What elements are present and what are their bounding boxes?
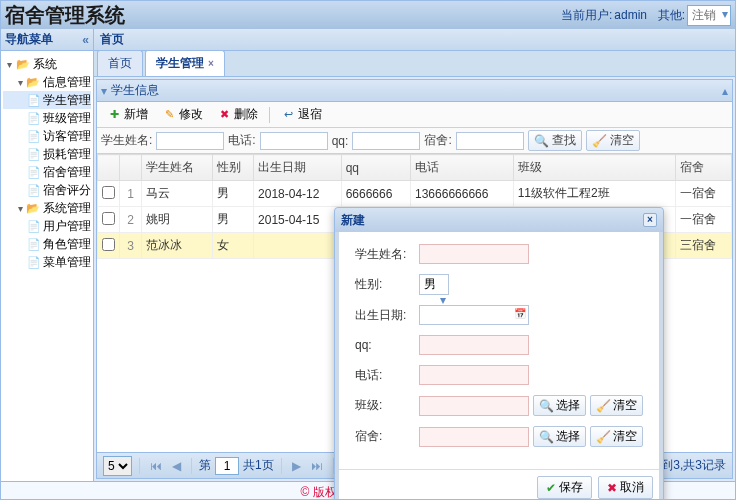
search-phone-label: 电话: — [228, 132, 255, 149]
search-button[interactable]: 🔍查找 — [528, 130, 582, 151]
page-input[interactable] — [215, 457, 239, 475]
tree-node-宿舍评分[interactable]: 📄宿舍评分 — [3, 181, 91, 199]
col-header[interactable]: 学生姓名 — [142, 155, 213, 181]
delete-icon: ✖ — [217, 108, 231, 122]
tel-field-label: 电话: — [355, 367, 419, 384]
tree-node-信息管理[interactable]: ▾📂信息管理 — [3, 73, 91, 91]
tree-node-菜单管理[interactable]: 📄菜单管理 — [3, 253, 91, 271]
page-size-select[interactable]: 5 — [103, 456, 132, 476]
tab-首页[interactable]: 首页 — [97, 50, 143, 76]
header-right: 当前用户: admin 其他: 注销 — [561, 5, 731, 26]
cancel-icon: ✖ — [607, 481, 617, 495]
dialog-close-icon[interactable]: × — [643, 213, 657, 227]
save-button[interactable]: ✔保存 — [537, 476, 592, 499]
toolbar: ✚新增 ✎修改 ✖删除 ↩退宿 — [97, 102, 732, 128]
col-header[interactable]: 电话 — [411, 155, 514, 181]
panel-title: 学生信息 — [111, 82, 159, 99]
tree-node-访客管理[interactable]: 📄访客管理 — [3, 127, 91, 145]
other-label: 其他: — [658, 7, 685, 24]
col-header[interactable]: 班级 — [513, 155, 675, 181]
sidebar-header: 导航菜单 « — [1, 29, 93, 51]
collapse-icon[interactable]: ▾ — [101, 84, 107, 98]
dorm-select-button[interactable]: 🔍选择 — [533, 426, 586, 447]
tab-close-icon[interactable]: × — [208, 58, 214, 69]
clear-button[interactable]: 🧹清空 — [586, 130, 640, 151]
name-field-label: 学生姓名: — [355, 246, 419, 263]
add-button[interactable]: ✚新增 — [101, 104, 154, 125]
panel-collapse-icon[interactable]: ▴ — [722, 84, 728, 98]
logout-combo[interactable]: 注销 — [687, 5, 731, 26]
sidebar-collapse-icon[interactable]: « — [82, 33, 89, 47]
tree-node-损耗管理[interactable]: 📄损耗管理 — [3, 145, 91, 163]
tree-node-角色管理[interactable]: 📄角色管理 — [3, 235, 91, 253]
search-qq-input[interactable] — [352, 132, 420, 150]
total-pages: 共1页 — [243, 457, 274, 474]
tree-node-用户管理[interactable]: 📄用户管理 — [3, 217, 91, 235]
panel-header: ▾ 学生信息 ▴ — [97, 80, 732, 102]
last-page-icon[interactable]: ⏭ — [308, 459, 326, 473]
dialog-title: 新建 — [341, 212, 365, 229]
delete-button[interactable]: ✖删除 — [211, 104, 264, 125]
toolbar-separator — [269, 107, 270, 123]
tree-node-宿舍管理[interactable]: 📄宿舍管理 — [3, 163, 91, 181]
qq-input[interactable] — [419, 335, 529, 355]
check-icon: ✔ — [546, 481, 556, 495]
dorm-clear-button[interactable]: 🧹清空 — [590, 426, 643, 447]
class-field-label: 班级: — [355, 397, 419, 414]
dob-field-label: 出生日期: — [355, 307, 419, 324]
clear-icon: 🧹 — [592, 134, 607, 148]
edit-icon: ✎ — [162, 108, 176, 122]
current-user-link[interactable]: admin — [614, 8, 647, 22]
calendar-icon[interactable]: 📅 — [514, 308, 526, 319]
broom-icon: 🧹 — [596, 430, 611, 444]
col-header[interactable]: 宿舍 — [675, 155, 731, 181]
dialog-header[interactable]: 新建 × — [335, 208, 663, 232]
tel-input[interactable] — [419, 365, 529, 385]
sex-field-label: 性别: — [355, 276, 419, 293]
class-clear-button[interactable]: 🧹清空 — [590, 395, 643, 416]
dorm-input[interactable] — [419, 427, 529, 447]
current-user-label: 当前用户: — [561, 7, 612, 24]
leave-button[interactable]: ↩退宿 — [275, 104, 328, 125]
sidebar-title: 导航菜单 — [5, 31, 53, 48]
tree-node-系统[interactable]: ▾📂系统 — [3, 55, 91, 73]
prev-page-icon[interactable]: ◀ — [169, 459, 184, 473]
tree-node-系统管理[interactable]: ▾📂系统管理 — [3, 199, 91, 217]
class-input[interactable] — [419, 396, 529, 416]
class-select-button[interactable]: 🔍选择 — [533, 395, 586, 416]
edit-button[interactable]: ✎修改 — [156, 104, 209, 125]
search-dorm-input[interactable] — [456, 132, 524, 150]
search-name-label: 学生姓名: — [101, 132, 152, 149]
panel-tools: ▴ — [722, 84, 728, 98]
table-row[interactable]: 1马云男2018-04-1266666661366666666611级软件工程2… — [98, 181, 732, 207]
search-icon: 🔍 — [539, 430, 554, 444]
header-bar: 宿舍管理系统 当前用户: admin 其他: 注销 — [1, 1, 735, 29]
col-header[interactable] — [120, 155, 142, 181]
cancel-button[interactable]: ✖取消 — [598, 476, 653, 499]
name-input[interactable] — [419, 244, 529, 264]
col-header[interactable]: 出生日期 — [254, 155, 342, 181]
page-label: 第 — [199, 457, 211, 474]
tab-学生管理[interactable]: 学生管理× — [145, 50, 225, 76]
col-header[interactable]: qq — [341, 155, 410, 181]
col-header[interactable] — [98, 155, 120, 181]
tab-strip: 首页学生管理× — [94, 51, 735, 77]
dorm-field-label: 宿舍: — [355, 428, 419, 445]
search-icon: 🔍 — [539, 399, 554, 413]
first-page-icon[interactable]: ⏮ — [147, 459, 165, 473]
search-bar: 学生姓名: 电话: qq: 宿舍: 🔍查找 🧹清空 — [97, 128, 732, 154]
tree-node-班级管理[interactable]: 📄班级管理 — [3, 109, 91, 127]
content-title: 首页 — [100, 31, 124, 48]
new-dialog: 新建 × 学生姓名: 性别:男 出生日期:📅 qq: 电话: 班级: 🔍选择 🧹… — [334, 207, 664, 500]
search-name-input[interactable] — [156, 132, 224, 150]
sex-select[interactable]: 男 — [419, 274, 449, 295]
app-title: 宿舍管理系统 — [5, 2, 561, 29]
tree-node-学生管理[interactable]: 📄学生管理 — [3, 91, 91, 109]
search-phone-input[interactable] — [260, 132, 328, 150]
next-page-icon[interactable]: ▶ — [289, 459, 304, 473]
dob-input[interactable]: 📅 — [419, 305, 529, 325]
search-qq-label: qq: — [332, 134, 349, 148]
broom-icon: 🧹 — [596, 399, 611, 413]
add-icon: ✚ — [107, 108, 121, 122]
col-header[interactable]: 性别 — [212, 155, 253, 181]
